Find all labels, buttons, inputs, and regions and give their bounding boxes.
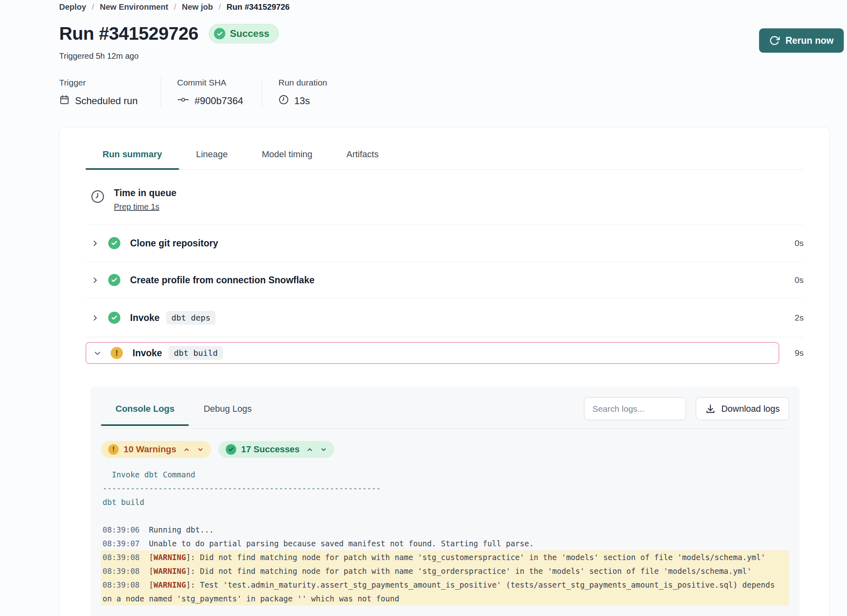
warnings-badge-label: 10 Warnings <box>124 444 176 455</box>
breadcrumb-item-new-job[interactable]: New job <box>182 2 213 12</box>
meta-label-run-duration: Run duration <box>278 78 327 88</box>
clock-icon <box>90 189 105 212</box>
warning-icon: ! <box>111 347 123 359</box>
log-tab-debug-logs[interactable]: Debug Logs <box>189 404 266 426</box>
step-duration: 0s <box>786 238 804 248</box>
run-detail-card: Run summaryLineageModel timingArtifacts … <box>59 127 830 616</box>
tab-artifacts[interactable]: Artifacts <box>329 149 396 169</box>
time-in-queue-text: Time in queue Prep time 1s <box>114 188 176 212</box>
log-tab-console-logs[interactable]: Console Logs <box>101 404 189 426</box>
page: Deploy/New Environment/New job/Run #3415… <box>0 0 771 616</box>
step-invoke-dbt-build[interactable]: !Invokedbt build <box>86 342 779 364</box>
commit-icon <box>177 94 189 107</box>
meta-value-commit-sha: #900b7364 <box>177 94 246 107</box>
chevron-right-icon[interactable] <box>91 314 99 322</box>
step-title: Invoke <box>133 348 162 359</box>
log-header-line: ----------------------------------------… <box>101 481 789 495</box>
tab-model-timing[interactable]: Model timing <box>245 149 329 169</box>
warning-tag: WARNING <box>154 580 186 589</box>
log-timestamp: 08:39:08 <box>103 553 149 562</box>
run-metadata: TriggerScheduled runCommit SHA#900b7364R… <box>59 78 771 107</box>
step-title: Clone git repository <box>130 238 218 249</box>
meta-value-trigger: Scheduled run <box>59 94 144 107</box>
step-invoke-dbt-deps[interactable]: Invokedbt deps <box>86 311 779 325</box>
step-create-profile-from-connection-snowflake[interactable]: Create profile from connection Snowflake <box>86 274 779 286</box>
success-check-icon <box>108 274 120 286</box>
download-icon <box>705 404 716 414</box>
warnings-nav <box>183 446 204 453</box>
warning-icon: ! <box>108 444 119 455</box>
step-row: Create profile from connection Snowflake… <box>86 262 804 299</box>
success-check-icon <box>226 444 236 455</box>
rerun-now-label: Rerun now <box>785 35 834 46</box>
step-duration: 0s <box>786 275 804 285</box>
run-detail-tabs: Run summaryLineageModel timingArtifacts <box>86 149 804 170</box>
log-timestamp: 08:39:07 <box>103 539 149 548</box>
warnings-badge[interactable]: ! 10 Warnings <box>101 441 211 458</box>
calendar-icon <box>59 94 70 107</box>
rerun-now-button[interactable]: Rerun now <box>759 28 844 53</box>
meta-label-commit-sha: Commit SHA <box>177 78 246 88</box>
clock-icon <box>278 94 289 107</box>
tab-lineage[interactable]: Lineage <box>179 149 245 169</box>
log-timestamp: 08:39:08 <box>103 580 149 589</box>
step-clone-git-repository[interactable]: Clone git repository <box>86 237 779 249</box>
status-badge-label: Success <box>230 28 269 39</box>
caret-up-icon[interactable] <box>183 446 190 453</box>
meta-value-text: 13s <box>294 95 310 107</box>
log-timestamp: 08:39:08 <box>103 567 149 575</box>
log-line: 08:39:08 [WARNING]: Did not find matchin… <box>101 564 789 578</box>
step-title: Invoke <box>130 312 160 323</box>
caret-down-icon[interactable] <box>197 446 204 453</box>
status-badge: Success <box>209 24 278 43</box>
tab-run-summary[interactable]: Run summary <box>86 149 179 169</box>
log-line: 08:39:08 [WARNING]: Test 'test.admin_mat… <box>101 578 789 605</box>
meta-value-run-duration: 13s <box>278 94 327 107</box>
download-logs-button[interactable]: Download logs <box>696 397 789 420</box>
breadcrumb-item-deploy[interactable]: Deploy <box>59 2 86 12</box>
log-line: 08:39:07 Unable to do partial parsing be… <box>101 537 789 550</box>
log-timestamp: 08:39:06 <box>103 525 149 534</box>
breadcrumb: Deploy/New Environment/New job/Run #3415… <box>59 2 771 12</box>
caret-down-icon[interactable] <box>320 446 327 453</box>
breadcrumb-item-new-environment[interactable]: New Environment <box>100 2 168 12</box>
meta-value-text: Scheduled run <box>75 95 138 107</box>
step-title: Create profile from connection Snowflake <box>130 275 314 286</box>
title-row: Run #341529726 Success <box>59 23 771 44</box>
prep-time-link[interactable]: Prep time 1s <box>114 202 159 212</box>
step-row: Clone git repository0s <box>86 225 804 262</box>
chevron-right-icon[interactable] <box>91 240 99 247</box>
log-blank-line <box>101 509 789 523</box>
warning-tag: WARNING <box>154 553 186 562</box>
step-row: !Invokedbt build9s <box>86 337 804 364</box>
breadcrumb-item-run-341529726: Run #341529726 <box>227 2 290 12</box>
successes-badge[interactable]: 17 Successes <box>218 441 334 458</box>
refresh-icon <box>769 35 780 46</box>
step-duration: 9s <box>786 348 804 358</box>
meta-trigger: TriggerScheduled run <box>59 78 160 107</box>
success-check-icon <box>108 312 120 324</box>
meta-run-duration: Run duration13s <box>262 78 343 107</box>
breadcrumb-separator: / <box>174 2 176 12</box>
successes-nav <box>306 446 327 453</box>
chevron-down-icon[interactable] <box>94 349 102 357</box>
log-tabs: Console LogsDebug Logs <box>101 397 266 426</box>
time-in-queue-section: Time in queue Prep time 1s <box>90 188 804 225</box>
triggered-text: Triggered 5h 12m ago <box>59 51 771 61</box>
log-controls: Download logs <box>584 397 789 428</box>
step-row: Invokedbt deps2s <box>86 299 804 337</box>
caret-up-icon[interactable] <box>306 446 313 453</box>
warning-tag: WARNING <box>154 567 186 575</box>
log-line: 08:39:08 [WARNING]: Did not find matchin… <box>101 550 789 564</box>
chevron-right-icon[interactable] <box>91 276 99 284</box>
meta-commit-sha: Commit SHA#900b7364 <box>160 78 262 107</box>
console-log-output: Invoke dbt Command----------------------… <box>101 468 789 605</box>
log-header-line: Invoke dbt Command <box>101 468 789 481</box>
breadcrumb-separator: / <box>92 2 94 12</box>
breadcrumb-separator: / <box>218 2 221 12</box>
step-duration: 2s <box>786 313 804 323</box>
logs-header: Console LogsDebug Logs Download logs <box>101 397 789 429</box>
search-logs-input[interactable] <box>584 397 686 420</box>
successes-badge-label: 17 Successes <box>241 444 299 455</box>
logs-panel: Console LogsDebug Logs Download logs ! 1… <box>90 387 800 616</box>
